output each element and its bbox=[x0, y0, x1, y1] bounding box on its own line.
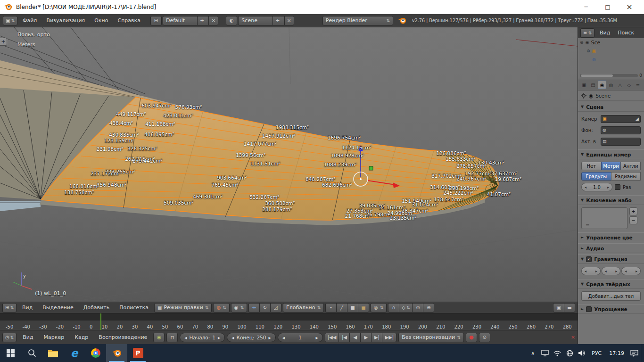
add-keying-set-button[interactable]: + bbox=[629, 207, 637, 215]
gravity-z-slider[interactable]: ◂▸ bbox=[621, 267, 641, 275]
sync-mode-select[interactable]: Без синхронизации ⇅ bbox=[398, 333, 464, 342]
screen-layout-selector[interactable]: Default + × bbox=[163, 16, 218, 25]
clock[interactable]: 17:19 bbox=[606, 350, 627, 356]
add-scene-button[interactable]: + bbox=[272, 16, 282, 25]
viewport-shading-select[interactable]: ◍ ⇅ bbox=[213, 303, 229, 313]
editor-type-button[interactable]: ▣ ⇅ bbox=[3, 16, 17, 25]
unit-system-option[interactable]: Англи bbox=[620, 162, 641, 170]
outliner-item-world[interactable]: ◍ bbox=[578, 55, 644, 64]
unit-system-option[interactable]: Нет bbox=[581, 162, 602, 170]
previous-keyframe-button[interactable]: |◀ bbox=[339, 333, 350, 342]
tray-expand-button[interactable]: ∧ bbox=[527, 344, 538, 362]
unit-system-option[interactable]: Метри bbox=[601, 162, 621, 170]
properties-tab[interactable]: ◇ bbox=[625, 81, 633, 89]
maximize-button[interactable]: □ bbox=[597, 0, 619, 14]
panel-units-header[interactable]: ▼Единицы измер bbox=[578, 149, 644, 159]
remove-keying-set-button[interactable]: − bbox=[629, 216, 637, 224]
opengl-render-anim-button[interactable]: ▬ bbox=[564, 303, 575, 313]
close-button[interactable]: × bbox=[619, 0, 640, 14]
edge-button[interactable]: e bbox=[64, 344, 85, 362]
properties-tab[interactable]: △ bbox=[616, 81, 624, 89]
toolbar-expand-button[interactable]: + bbox=[0, 38, 7, 46]
menu-item[interactable]: Файл bbox=[18, 16, 41, 25]
panel-simplify-header[interactable]: ► Упрощение bbox=[578, 304, 644, 314]
scene-selector[interactable]: Scene + × bbox=[238, 16, 294, 25]
panel-rigidbody-header[interactable]: ▼Среда твёрдых bbox=[578, 279, 644, 289]
menu-item[interactable]: Окно bbox=[90, 16, 112, 25]
taskbar-search-button[interactable] bbox=[21, 344, 42, 362]
next-keyframe-button[interactable]: ▶| bbox=[371, 333, 382, 342]
play-reverse-button[interactable]: ◀ bbox=[349, 333, 361, 342]
expand-icon[interactable]: ⊕ bbox=[586, 49, 590, 53]
editor-type-button[interactable]: ≡ ⇅ bbox=[580, 28, 594, 38]
gravity-x-slider[interactable]: ◂▸ bbox=[581, 267, 601, 275]
scale-manipulator-button[interactable]: ◿ bbox=[270, 303, 281, 313]
snap-target-button[interactable]: ⊙ bbox=[412, 303, 423, 313]
menu-item[interactable]: Справка bbox=[113, 16, 144, 25]
render-engine-select[interactable]: Рендер Blender ⇅ bbox=[322, 16, 393, 25]
edge-select-button[interactable]: ╱ bbox=[336, 303, 347, 313]
chrome-button[interactable] bbox=[85, 344, 106, 362]
show-desktop-button[interactable] bbox=[641, 344, 643, 362]
frame-end-field[interactable]: ◂ Конец:250 ▸ bbox=[227, 333, 276, 342]
jump-to-start-button[interactable]: |◀◀ bbox=[325, 333, 339, 342]
lock-time-button[interactable]: ⊓ bbox=[166, 333, 178, 342]
current-frame-marker[interactable] bbox=[100, 313, 101, 330]
menu-item[interactable]: Поиск bbox=[615, 28, 636, 38]
simplify-checkbox[interactable] bbox=[586, 306, 592, 312]
frame-start-field[interactable]: ◂ Начало:1 ▸ bbox=[180, 333, 225, 342]
active-clip-field[interactable]: ▤ bbox=[601, 138, 641, 146]
panel-colormanagement-header[interactable]: ►Управление цве bbox=[578, 232, 644, 242]
opengl-render-image-button[interactable]: ▣ bbox=[553, 303, 564, 313]
rotate-manipulator-button[interactable]: ↻ bbox=[259, 303, 271, 313]
panel-keyingsets-header[interactable]: ▼Ключевые набо bbox=[578, 195, 644, 205]
rotation-unit-option[interactable]: Градусы bbox=[581, 172, 611, 181]
add-screen-button[interactable]: + bbox=[197, 16, 206, 25]
preview-range-button[interactable]: ◉ bbox=[153, 333, 165, 342]
tray-network-icon[interactable] bbox=[564, 344, 575, 362]
face-select-button[interactable]: ■ bbox=[347, 303, 358, 313]
menu-item[interactable]: Вид bbox=[597, 28, 612, 38]
outliner-item-scene[interactable]: ⊖ ◉ Sce bbox=[578, 38, 644, 47]
properties-tab[interactable]: ▤ bbox=[589, 81, 597, 89]
background-set-field[interactable]: ◍ bbox=[601, 126, 641, 134]
eyedropper-icon[interactable]: ◢ bbox=[636, 116, 639, 121]
panel-audio-header[interactable]: ►Аудио bbox=[578, 243, 644, 253]
menu-item[interactable]: Вид bbox=[18, 333, 37, 342]
proportional-edit-select[interactable]: ◎ ⇅ bbox=[371, 303, 387, 313]
action-center-button[interactable] bbox=[628, 344, 640, 362]
snap-button[interactable]: ∩ bbox=[388, 303, 399, 313]
properties-tab[interactable]: ▣ bbox=[580, 81, 588, 89]
properties-editor[interactable]: ▣▤◉◍△◇≡ ◉ Scene ▼Сцена Камер ▣ ◢ bbox=[578, 79, 644, 344]
current-frame-field[interactable]: ◂ 1 ▸ bbox=[278, 333, 323, 342]
scrollbar-thumb[interactable] bbox=[581, 74, 613, 77]
viewport-3d[interactable]: Польз.-орто Meters y (1) wL_01_0 + 603.9… bbox=[0, 27, 578, 302]
menu-item[interactable]: Полисетка bbox=[115, 303, 153, 313]
unit-scale-field[interactable]: ◂ 1.0 ▸ bbox=[581, 183, 612, 191]
browse-screens-button[interactable]: ⊟ bbox=[150, 16, 162, 25]
occlude-geometry-button[interactable]: ▦ bbox=[358, 303, 369, 313]
editor-type-button[interactable]: ⊞ ⇅ bbox=[2, 303, 17, 313]
translate-manipulator-button[interactable]: ↔ bbox=[248, 303, 260, 313]
outliner-scrollbar[interactable]: 0 bbox=[578, 72, 644, 79]
keying-set-button[interactable]: ⊙ bbox=[479, 333, 490, 342]
minimize-button[interactable]: ─ bbox=[575, 0, 597, 14]
menu-item[interactable]: Визуализация bbox=[42, 16, 89, 25]
gravity-y-slider[interactable]: ◂▸ bbox=[602, 267, 621, 275]
rotation-unit-option[interactable]: Радианы bbox=[611, 172, 641, 181]
outliner-editor[interactable]: ≡ ⇅ ВидПоиск ⊖ ◉ Sce ⊕ ▣ ◍ 0 bbox=[578, 27, 644, 79]
timeline-ruler[interactable]: -50-40-30-20-100102030405060708090100110… bbox=[0, 324, 578, 329]
browse-scenes-button[interactable]: ◐ bbox=[226, 16, 237, 25]
camera-field[interactable]: ▣ ◢ bbox=[601, 115, 641, 123]
orientation-select[interactable]: Глобально ⇅ bbox=[283, 303, 324, 313]
properties-tab[interactable]: ◍ bbox=[607, 81, 615, 89]
editor-type-button[interactable]: ◷ ⇅ bbox=[2, 333, 17, 342]
powerpoint-button[interactable]: P bbox=[127, 344, 149, 362]
language-indicator[interactable]: РУС bbox=[588, 350, 605, 356]
tray-wifi-icon[interactable] bbox=[552, 344, 563, 362]
tray-volume-icon[interactable] bbox=[576, 344, 587, 362]
start-button[interactable] bbox=[0, 344, 21, 362]
blender-taskbar-button[interactable] bbox=[106, 344, 127, 362]
properties-tab[interactable]: ≡ bbox=[634, 81, 642, 89]
play-button[interactable]: ▶ bbox=[360, 333, 372, 342]
